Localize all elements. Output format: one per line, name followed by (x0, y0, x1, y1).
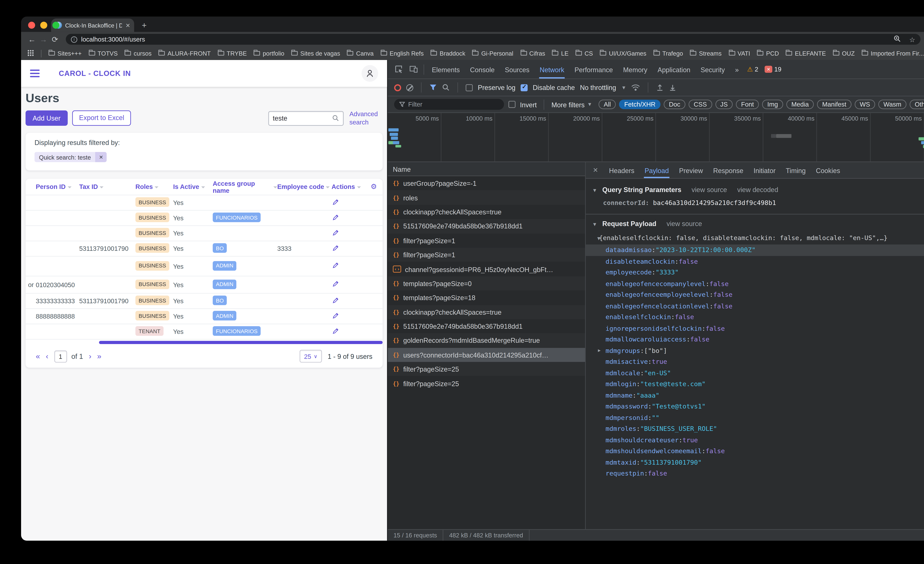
column-header-employee-code[interactable]: Employee code (277, 183, 332, 190)
table-row[interactable]: BUSINESSYes (26, 226, 382, 241)
devtools-tab-application[interactable]: Application (652, 60, 696, 78)
filter-chip-other[interactable]: Other (910, 100, 924, 109)
forward-icon[interactable]: → (38, 35, 49, 43)
bookmark-item[interactable]: LE (552, 50, 568, 57)
view-decoded-link[interactable]: view decoded (737, 186, 778, 193)
site-info-icon[interactable]: i (71, 36, 77, 42)
payload-object-summary[interactable]: ▼ {enableselfclockin: false, disableteam… (586, 230, 924, 244)
request-row[interactable]: {}filter?pageSize=25 (388, 362, 585, 376)
add-user-button[interactable]: Add User (26, 111, 68, 126)
bookmark-item[interactable]: Sites de vagas (291, 50, 340, 57)
devtools-tab-performance[interactable]: Performance (569, 60, 618, 78)
payload-entry[interactable]: mdmlocale: "en-US" (586, 367, 924, 378)
table-row[interactable]: BUSINESSYesFUNCIONARIOS (26, 211, 382, 226)
table-row[interactable]: 3333333333353113791001790BUSINESSYesBO (26, 294, 382, 309)
bookmark-item[interactable]: OUZ (833, 50, 855, 57)
table-row[interactable]: 53113791001790BUSINESSYesBO3333 (26, 241, 382, 257)
bookmark-item[interactable]: ALURA-FRONT (159, 50, 211, 57)
filter-chip-all[interactable]: All (598, 100, 616, 109)
devtools-tab-console[interactable]: Console (465, 60, 500, 78)
payload-entry[interactable]: mdmpersonid: "" (586, 412, 924, 423)
filter-funnel-icon[interactable] (429, 84, 437, 91)
query-string-section-header[interactable]: ▼ Query String Parameters view source vi… (586, 183, 924, 197)
export-to-excel-button[interactable]: Export to Excel (72, 111, 131, 126)
filter-input[interactable]: Filter (394, 99, 504, 110)
column-header-access-group-name[interactable]: Access group name (213, 180, 277, 194)
bookmark-item[interactable]: VATI (729, 50, 750, 57)
payload-entry[interactable]: enableselfclockin: false (586, 311, 924, 323)
payload-entry[interactable]: enablegeofenceemployeelevel: false (586, 289, 924, 300)
filter-chip-manifest[interactable]: Manifest (817, 100, 851, 109)
bookmark-item[interactable]: Gi-Personal (472, 50, 513, 57)
edit-pencil-icon[interactable] (332, 280, 339, 288)
payload-entry[interactable]: mdmshouldsendwelcomeemail: false (586, 446, 924, 457)
tab-close-icon[interactable]: ✕ (126, 22, 130, 28)
filter-chip-media[interactable]: Media (786, 100, 814, 109)
edit-pencil-icon[interactable] (332, 296, 339, 304)
request-row[interactable]: {}clockinapp?checkAllSpaces=true (388, 305, 585, 319)
bookmark-item[interactable]: Cifras (520, 50, 545, 57)
page-number-input[interactable]: 1 (54, 350, 67, 362)
edit-pencil-icon[interactable] (332, 327, 339, 335)
payload-entry[interactable]: mdmshouldcreateuser: true (586, 434, 924, 446)
payload-entry[interactable]: mdmpassword: "Teste@totvs1" (586, 401, 924, 412)
request-row[interactable]: {}filter?pageSize=1 (388, 233, 585, 248)
filter-chip-img[interactable]: Img (762, 100, 783, 109)
expand-triangle-icon[interactable]: ▶ (598, 348, 601, 353)
device-toolbar-icon[interactable] (410, 65, 418, 73)
payload-entry[interactable]: mdmlogin: "teste@teste.com" (586, 378, 924, 390)
payload-entry[interactable]: employeecode: "3333" (586, 267, 924, 278)
close-details-icon[interactable]: ✕ (587, 167, 604, 174)
hamburger-menu-icon[interactable] (30, 68, 39, 79)
payload-entry[interactable]: mdmtaxid: "53113791001790" (586, 457, 924, 468)
prev-page-button[interactable]: ‹ (46, 352, 48, 361)
devtools-tab-security[interactable]: Security (695, 60, 730, 78)
apps-grid-icon[interactable] (27, 49, 34, 57)
payload-entry[interactable]: ▶mdmgroups: ["bo"] (586, 345, 924, 356)
column-header-tax-id[interactable]: Tax ID (79, 183, 135, 190)
payload-entry[interactable]: mdmisactive: true (586, 356, 924, 367)
request-row[interactable]: {}templates?pageSize=0 (388, 276, 585, 290)
clear-network-log-icon[interactable] (406, 84, 413, 91)
edit-pencil-icon[interactable] (332, 214, 339, 221)
view-source-link[interactable]: view source (667, 220, 702, 227)
search-box[interactable] (268, 111, 344, 126)
request-row[interactable]: {}userGroup?pageSize=-1 (388, 176, 585, 190)
column-header-roles[interactable]: Roles (135, 183, 173, 190)
request-row[interactable]: {}filter?pageSize=25 (388, 376, 585, 390)
network-overview-timeline[interactable]: 5000 ms10000 ms15000 ms20000 ms25000 ms3… (388, 113, 924, 162)
column-header-person-id[interactable]: Person ID (36, 183, 79, 190)
more-tabs-icon[interactable]: » (730, 60, 744, 78)
preserve-log-checkbox[interactable] (466, 84, 473, 91)
close-window-button[interactable] (28, 22, 35, 29)
bookmark-item[interactable]: Braddock (431, 50, 465, 57)
payload-entry[interactable]: disableteamclockin: false (586, 256, 924, 267)
request-row[interactable]: {}users?connectorId=bac46a310d214295a210… (388, 348, 585, 362)
request-row[interactable]: {}templates?pageSize=18 (388, 290, 585, 305)
import-har-icon[interactable] (656, 84, 664, 91)
fullscreen-window-button[interactable] (52, 22, 59, 29)
payload-entry[interactable]: mdmname: "aaaa" (586, 390, 924, 401)
devtools-tab-network[interactable]: Network (535, 60, 569, 78)
page-size-select[interactable]: 25 ∨ (300, 350, 322, 362)
details-tab-timing[interactable]: Timing (781, 162, 811, 178)
bookmark-item[interactable]: TRYBE (218, 50, 247, 57)
first-page-button[interactable]: « (36, 352, 40, 361)
issues-badge[interactable]: ✕ 19 (765, 66, 782, 73)
back-icon[interactable]: ← (26, 35, 38, 43)
bookmark-item[interactable]: portfolio (254, 50, 284, 57)
search-input[interactable] (273, 114, 332, 122)
edit-pencil-icon[interactable] (332, 262, 339, 269)
payload-entry[interactable]: dataadmissao: "2023-10-22T12:00:00.000Z" (586, 244, 924, 256)
table-row[interactable]: BUSINESSYesADMIN (26, 257, 382, 277)
more-filters-button[interactable]: More filters ▼ (552, 100, 592, 108)
payload-entry[interactable]: mdmroles: "BUSINESS_USER_ROLE" (586, 423, 924, 434)
payload-entry[interactable]: mdmallowcaroluiaccess: false (586, 334, 924, 345)
request-row[interactable]: ‹›channel?gsessionid=PR6_H5z0oyNecOH_gbF… (388, 262, 585, 276)
column-header-is-active[interactable]: Is Active (173, 183, 213, 190)
user-menu-button[interactable] (362, 65, 378, 82)
filter-chip-font[interactable]: Font (736, 100, 759, 109)
details-tab-initiator[interactable]: Initiator (748, 162, 781, 178)
request-row[interactable]: {}51517609e2e749bda58b0e367b918dd1 (388, 319, 585, 333)
filter-chip-wasm[interactable]: Wasm (878, 100, 906, 109)
